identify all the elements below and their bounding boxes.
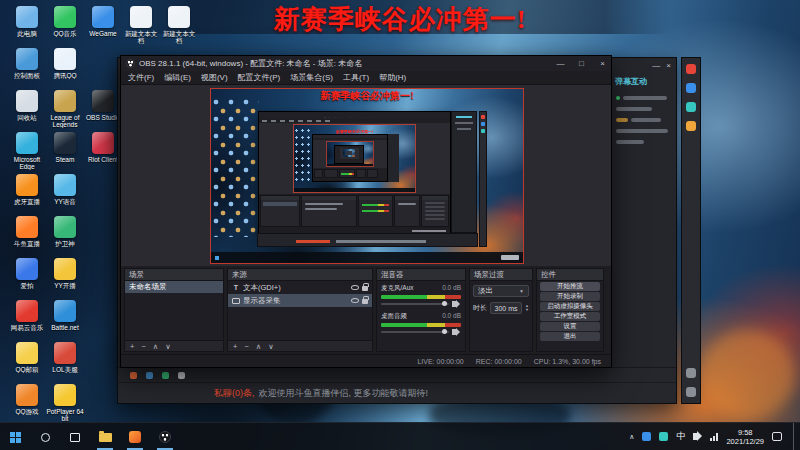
lock-icon[interactable] [362,286,368,291]
scenes-dock-header[interactable]: 场景 [125,269,223,281]
desktop-icon[interactable]: 回收站 [8,90,46,121]
volume-slider[interactable] [381,303,449,305]
desktop-icon[interactable]: PotPlayer 64 bit [46,384,84,422]
side-tool-icon[interactable] [686,387,696,397]
remove-source-button[interactable]: − [244,342,248,351]
desktop-icon[interactable]: QQ邮箱 [8,342,46,373]
speaker-icon[interactable] [452,301,456,307]
pinned-app-companion[interactable] [120,423,150,450]
tray-app-icon-teal[interactable] [659,432,668,441]
visibility-eye-icon[interactable] [351,298,359,303]
source-up-button[interactable]: ∧ [256,342,262,351]
side-tool-icon[interactable] [686,368,696,378]
search-button[interactable] [30,423,60,450]
side-tool-icon[interactable] [686,64,696,74]
obs-menu-item[interactable]: 帮助(H) [374,72,411,83]
volume-slider-handle[interactable] [442,329,447,334]
desktop-icon[interactable]: QQ游戏 [8,384,46,415]
desktop-icon[interactable]: 控制面板 [8,48,46,79]
volume-slider[interactable] [381,331,449,333]
desktop-icon[interactable]: 网易云音乐 [8,300,46,331]
remove-scene-button[interactable]: − [141,342,145,351]
desktop-icon[interactable]: QQ音乐 [46,6,84,37]
tray-chevron-icon[interactable]: ∧ [629,433,634,441]
obs-menu-item[interactable]: 视图(V) [196,72,233,83]
desktop-icon[interactable]: 新建文本文档 [160,6,198,44]
desktop-icon[interactable]: League of Legends [46,90,84,128]
side-tool-icon[interactable] [686,102,696,112]
notification-center-icon[interactable] [772,432,782,441]
desktop-icon[interactable]: LOL美服 [46,342,84,373]
show-desktop-strip[interactable] [793,423,796,450]
panel-minimize-icon[interactable]: — [652,61,660,70]
control-button[interactable]: 退出 [540,332,600,341]
add-scene-button[interactable]: + [130,342,134,351]
spin-down-icon[interactable]: ▼ [525,308,529,312]
volume-icon[interactable] [693,433,697,440]
desktop-icon[interactable]: 此电脑 [8,6,46,37]
task-view-button[interactable] [60,423,90,450]
mixer-dock-header[interactable]: 混音器 [377,269,465,281]
side-tool-icon[interactable] [686,83,696,93]
desktop-icon[interactable]: 斗鱼直播 [8,216,46,247]
scene-list-item[interactable]: 未命名场景 [125,281,223,293]
lock-icon[interactable] [362,299,368,304]
obs-menu-item[interactable]: 场景集合(S) [285,72,338,83]
source-list-item[interactable]: T文本(GDI+) [228,281,372,294]
scene-up-button[interactable]: ∧ [153,342,159,351]
desktop-icon[interactable]: WeGame [84,6,122,37]
desktop-icon[interactable]: 虎牙直播 [8,174,46,205]
companion-tool-icon[interactable] [130,372,137,379]
duration-spinner[interactable]: ▲ ▼ [525,304,529,312]
desktop-icon[interactable]: 爱拍 [8,258,46,289]
companion-tool-icon[interactable] [162,372,169,379]
visibility-eye-icon[interactable] [351,285,359,290]
obs-menu-item[interactable]: 编辑(E) [159,72,196,83]
sources-dock-header[interactable]: 来源 [228,269,372,281]
control-button[interactable]: 开始推流 [540,282,600,291]
obs-menu-item[interactable]: 文件(F) [123,72,159,83]
companion-tool-icon[interactable] [146,372,153,379]
control-button[interactable]: 开始录制 [540,292,600,301]
volume-slider-handle[interactable] [442,301,447,306]
add-source-button[interactable]: + [233,342,237,351]
tray-app-icon-blue[interactable] [642,432,651,441]
scene-down-button[interactable]: ∨ [165,342,171,351]
transition-select[interactable]: 淡出 ▼ [473,285,529,297]
start-button[interactable] [0,423,30,450]
obs-preview-capture-level1[interactable]: 新赛季峡谷必冲第一! OBS 28.1.1 (64-bit, windows) … [210,88,524,264]
duration-value[interactable]: 300 ms [490,302,522,314]
panel-close-icon[interactable]: × [666,61,671,70]
control-button[interactable]: 工作室模式 [540,312,600,321]
controls-dock-header[interactable]: 控件 [537,269,603,281]
network-icon[interactable] [710,433,718,441]
desktop-icon[interactable]: YY开播 [46,258,84,289]
obs-menu-item[interactable]: 工具(T) [338,72,374,83]
desktop-icon[interactable]: 腾讯QQ [46,48,84,79]
obs-titlebar[interactable]: OBS 28.1.1 (64-bit, windows) - 配置文件: 未命名… [121,56,611,71]
transitions-dock-header[interactable]: 场景过渡 [470,269,532,281]
companion-tool-icon[interactable] [178,372,185,379]
speaker-icon[interactable] [452,329,456,335]
side-tool-icon[interactable] [686,121,696,131]
obs-preview-area[interactable]: 新赛季峡谷必冲第一! OBS 28.1.1 (64-bit, windows) … [121,85,611,266]
desktop-icon[interactable]: 新建文本文档 [122,6,160,44]
control-button[interactable]: 启动虚拟摄像头 [540,302,600,311]
obs-menu-item[interactable]: 配置文件(P) [233,72,286,83]
pinned-app-obs[interactable] [150,423,180,450]
desktop-icon[interactable]: Battle.net [46,300,84,331]
desktop-icon[interactable]: Steam [46,132,84,163]
private-chat-label[interactable]: 私聊(0)条, [214,387,255,400]
taskbar-clock[interactable]: 9:58 2021/12/29 [726,428,764,446]
maximize-button[interactable]: □ [573,56,590,71]
source-list-item[interactable]: 显示器采集 [228,294,372,307]
control-button[interactable]: 设置 [540,322,600,331]
minimize-button[interactable]: — [552,56,569,71]
input-method-indicator[interactable]: 中 [676,430,685,443]
desktop-icon[interactable]: YY语音 [46,174,84,205]
source-down-button[interactable]: ∨ [268,342,274,351]
file-explorer-button[interactable] [90,423,120,450]
desktop-icon[interactable]: Microsoft Edge [8,132,46,170]
desktop-icon[interactable]: 护卫神 [46,216,84,247]
close-button[interactable]: × [594,56,611,71]
